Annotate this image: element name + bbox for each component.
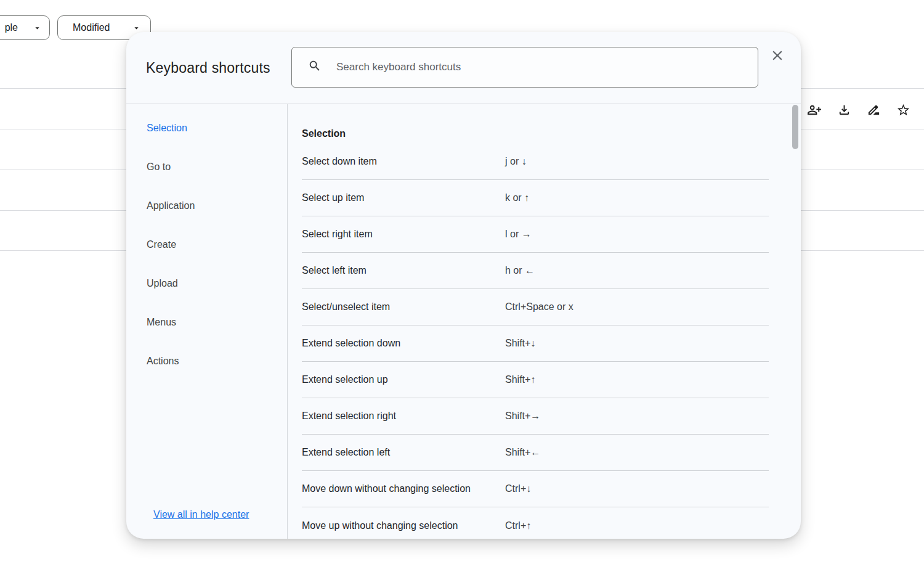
shortcut-action: Extend selection right (302, 411, 505, 422)
filter-chip-label: Modified (73, 22, 110, 33)
shortcut-row: Move down without changing selection Ctr… (302, 471, 769, 507)
shortcuts-panel: Selection Select down item j or ↓ Select… (288, 104, 801, 539)
shortcut-keys: Shift+← (505, 447, 540, 458)
sidebar-item-actions[interactable]: Actions (126, 342, 287, 380)
section-title: Selection (302, 124, 801, 144)
shortcut-row: Extend selection left Shift+← (302, 435, 769, 471)
share-button[interactable] (801, 96, 828, 123)
person-add-icon (808, 103, 822, 117)
shortcut-keys: h or ← (505, 265, 535, 276)
dialog-title: Keyboard shortcuts (146, 32, 270, 104)
shortcut-keys: l or → (505, 229, 532, 240)
shortcut-row: Select right item l or → (302, 216, 769, 253)
keyboard-shortcuts-dialog: Keyboard shortcuts Selection Go to Appli… (126, 32, 801, 539)
shortcut-keys: Ctrl+↑ (505, 520, 531, 531)
download-button[interactable] (830, 96, 857, 123)
shortcut-keys: k or ↑ (505, 192, 529, 203)
chevron-down-icon (33, 23, 42, 33)
close-icon (769, 47, 785, 66)
shortcut-action: Select/unselect item (302, 301, 505, 313)
dialog-sidebar: Selection Go to Application Create Uploa… (126, 104, 288, 539)
star-button[interactable] (890, 96, 917, 123)
download-icon (837, 103, 851, 117)
file-actions-toolbar (798, 96, 919, 123)
shortcut-row: Extend selection up Shift+↑ (302, 362, 769, 398)
shortcut-keys: Ctrl+↓ (505, 483, 531, 494)
shortcut-row: Select/unselect item Ctrl+Space or x (302, 289, 769, 325)
shortcut-row: Extend selection right Shift+→ (302, 398, 769, 435)
rename-button[interactable] (860, 96, 887, 123)
help-center-link[interactable]: View all in help center (153, 509, 249, 520)
sidebar-item-upload[interactable]: Upload (126, 264, 287, 303)
shortcut-action: Extend selection down (302, 338, 505, 349)
shortcut-action: Move down without changing selection (302, 483, 505, 494)
shortcut-keys: j or ↓ (505, 156, 527, 167)
sidebar-item-go-to[interactable]: Go to (126, 147, 287, 186)
shortcut-row: Move up without changing selection Ctrl+… (302, 507, 769, 539)
shortcut-search-box[interactable] (291, 47, 758, 88)
close-button[interactable] (769, 48, 786, 65)
sidebar-item-application[interactable]: Application (126, 186, 287, 225)
shortcut-row: Select up item k or ↑ (302, 180, 769, 216)
filter-chip-people[interactable]: ple (0, 15, 50, 40)
shortcut-action: Select down item (302, 156, 505, 167)
shortcut-action: Select up item (302, 192, 505, 203)
shortcut-action: Extend selection left (302, 447, 505, 458)
shortcut-row: Select left item h or ← (302, 253, 769, 289)
sidebar-item-menus[interactable]: Menus (126, 303, 287, 342)
shortcut-action: Move up without changing selection (302, 520, 505, 531)
search-input[interactable] (336, 61, 747, 73)
star-icon (896, 103, 910, 117)
shortcut-keys: Ctrl+Space or x (505, 301, 573, 313)
shortcut-keys: Shift+↑ (505, 374, 535, 385)
shortcut-action: Extend selection up (302, 374, 505, 385)
shortcut-action: Select left item (302, 265, 505, 276)
search-icon (308, 59, 322, 75)
dialog-header: Keyboard shortcuts (126, 32, 801, 104)
rename-icon (867, 103, 881, 117)
shortcut-row: Select down item j or ↓ (302, 144, 769, 180)
filter-chip-label: ple (5, 22, 18, 33)
chevron-down-icon (132, 23, 141, 33)
scrollbar-thumb[interactable] (792, 105, 798, 149)
shortcut-action: Select right item (302, 229, 505, 240)
shortcut-keys: Shift+→ (505, 411, 540, 422)
shortcut-row: Extend selection down Shift+↓ (302, 325, 769, 362)
sidebar-item-create[interactable]: Create (126, 225, 287, 264)
shortcut-keys: Shift+↓ (505, 338, 535, 349)
sidebar-item-selection[interactable]: Selection (126, 108, 287, 147)
